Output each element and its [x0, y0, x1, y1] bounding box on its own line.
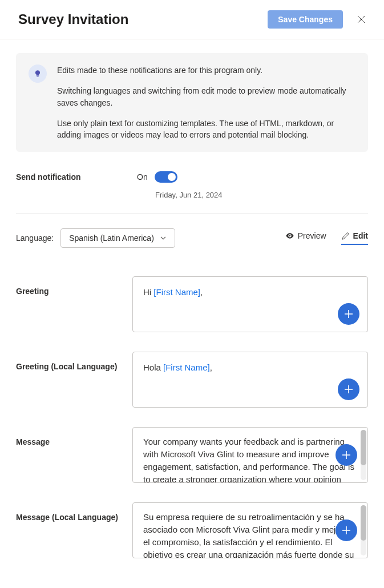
greeting-token: [First Name]: [153, 287, 200, 297]
greeting-local-prefix: Hola: [143, 363, 163, 372]
info-line-2: Switching languages and switching from e…: [57, 85, 355, 108]
scrollbar-thumb[interactable]: [361, 430, 366, 465]
greeting-local-label: Greeting (Local Language): [16, 352, 132, 408]
scrollbar-thumb[interactable]: [361, 505, 366, 541]
language-select[interactable]: Spanish (Latin America): [60, 228, 175, 248]
add-token-button[interactable]: [336, 444, 357, 466]
divider: [16, 213, 368, 214]
toggle-knob: [168, 173, 176, 181]
greeting-local-suffix: ,: [210, 363, 212, 372]
message-label: Message: [16, 427, 132, 483]
info-line-1: Edits made to these notifications are fo…: [57, 65, 355, 76]
info-text: Edits made to these notifications are fo…: [57, 65, 355, 140]
close-button[interactable]: [354, 13, 368, 26]
plus-icon: [343, 309, 354, 319]
header-actions: Save Changes: [268, 10, 368, 29]
message-local-text: Su empresa requiere de su retroalimentac…: [133, 503, 367, 558]
greeting-input[interactable]: Hi [First Name],: [132, 276, 368, 332]
greeting-local-token: [First Name]: [163, 363, 210, 372]
page-title: Survey Invitation: [18, 11, 128, 27]
lightbulb-icon: [29, 65, 47, 83]
greeting-local-input[interactable]: Hola [First Name],: [132, 352, 368, 408]
plus-icon: [341, 450, 351, 460]
language-selected-value: Spanish (Latin America): [69, 233, 154, 243]
mode-tabs: Preview Edit: [285, 231, 368, 245]
message-local-label: Message (Local Language): [16, 502, 132, 558]
plus-icon: [341, 525, 351, 535]
message-local-input[interactable]: Su empresa requiere de su retroalimentac…: [132, 502, 368, 558]
info-line-3: Use only plain text for customizing temp…: [57, 118, 355, 141]
greeting-suffix: ,: [200, 287, 203, 297]
pencil-icon: [341, 232, 350, 240]
language-label: Language:: [16, 233, 54, 243]
chevron-down-icon: [160, 235, 167, 241]
send-notification-toggle[interactable]: [155, 171, 177, 183]
dialog-header: Survey Invitation Save Changes: [0, 0, 384, 39]
plus-icon: [343, 384, 354, 394]
close-icon: [357, 15, 366, 24]
send-date: Friday, Jun 21, 2024: [155, 191, 368, 199]
eye-icon: [285, 231, 294, 240]
tab-edit-label: Edit: [353, 231, 368, 240]
info-banner: Edits made to these notifications are fo…: [16, 53, 368, 152]
svg-point-2: [289, 235, 290, 237]
tab-preview[interactable]: Preview: [285, 231, 326, 245]
tab-preview-label: Preview: [298, 231, 326, 240]
message-text: Your company wants your feedback and is …: [133, 428, 367, 482]
greeting-prefix: Hi: [143, 287, 153, 297]
tab-edit[interactable]: Edit: [341, 231, 368, 245]
message-input[interactable]: Your company wants your feedback and is …: [132, 427, 368, 483]
toggle-state-label: On: [137, 172, 148, 182]
add-token-button[interactable]: [336, 519, 357, 541]
save-changes-button[interactable]: Save Changes: [268, 10, 343, 29]
send-notification-label: Send notification: [16, 171, 137, 182]
greeting-label: Greeting: [16, 276, 132, 332]
